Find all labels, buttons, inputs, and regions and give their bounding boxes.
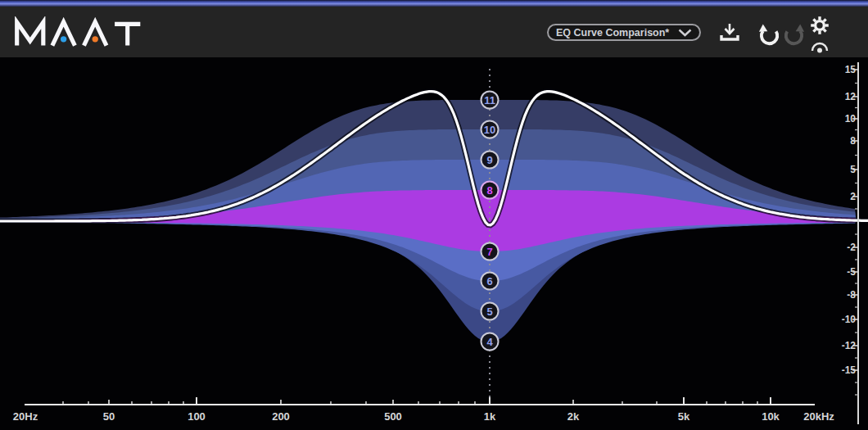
header-bar: EQ Curve Comparison* — [0, 7, 868, 58]
eq-band-marker-8[interactable]: 8 — [481, 182, 499, 199]
window-accent-strip — [0, 0, 868, 7]
eq-band-marker-6[interactable]: 6 — [481, 273, 499, 290]
svg-text:10: 10 — [484, 124, 495, 136]
svg-text:8: 8 — [486, 184, 492, 197]
svg-text:5: 5 — [486, 306, 492, 318]
eq-band-marker-9[interactable]: 9 — [481, 152, 499, 169]
svg-text:9: 9 — [486, 154, 492, 166]
eq-band-marker-5[interactable]: 5 — [481, 303, 499, 320]
undo-icon[interactable] — [757, 23, 781, 47]
redo-icon[interactable] — [782, 23, 806, 47]
eq-band-marker-7[interactable]: 7 — [481, 243, 499, 260]
chevron-down-icon — [678, 29, 692, 37]
logo-letter-m — [17, 22, 43, 45]
download-icon[interactable] — [719, 21, 740, 44]
svg-text:6: 6 — [486, 275, 492, 287]
eq-graph-area[interactable]: 1110987654 20Hz501002005001k2k5k10k20kHz… — [0, 57, 868, 430]
eq-curves-canvas[interactable]: 1110987654 — [0, 57, 868, 430]
logo-letter-t — [115, 24, 140, 45]
eq-band-marker-10[interactable]: 10 — [481, 121, 499, 138]
preset-dropdown[interactable]: EQ Curve Comparison* — [547, 24, 701, 41]
logo-dot-orange — [93, 36, 98, 42]
eq-band-marker-4[interactable]: 4 — [481, 333, 499, 351]
svg-text:4: 4 — [486, 336, 493, 348]
eq-band-marker-11[interactable]: 11 — [481, 92, 499, 109]
monitor-icon[interactable] — [810, 39, 830, 54]
maat-logo — [14, 16, 143, 49]
settings-gear-icon[interactable] — [809, 15, 830, 36]
svg-text:7: 7 — [486, 246, 492, 258]
preset-dropdown-value: EQ Curve Comparison* — [556, 27, 669, 38]
logo-dot-blue — [61, 36, 66, 42]
svg-text:11: 11 — [484, 94, 495, 106]
